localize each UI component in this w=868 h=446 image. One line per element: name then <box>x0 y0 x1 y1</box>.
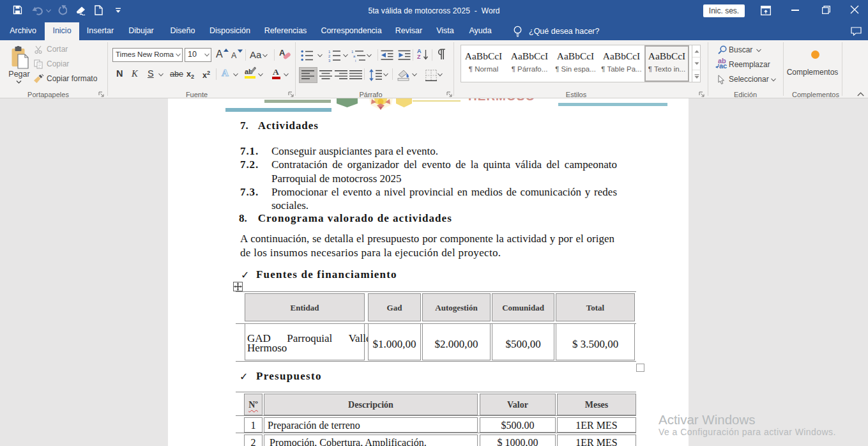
svg-text:1: 1 <box>328 50 331 54</box>
svg-text:1: 1 <box>351 50 354 54</box>
svg-text:a: a <box>353 54 356 58</box>
svg-text:2: 2 <box>328 54 331 58</box>
svg-text:i: i <box>355 59 356 63</box>
svg-text:3: 3 <box>328 59 331 63</box>
